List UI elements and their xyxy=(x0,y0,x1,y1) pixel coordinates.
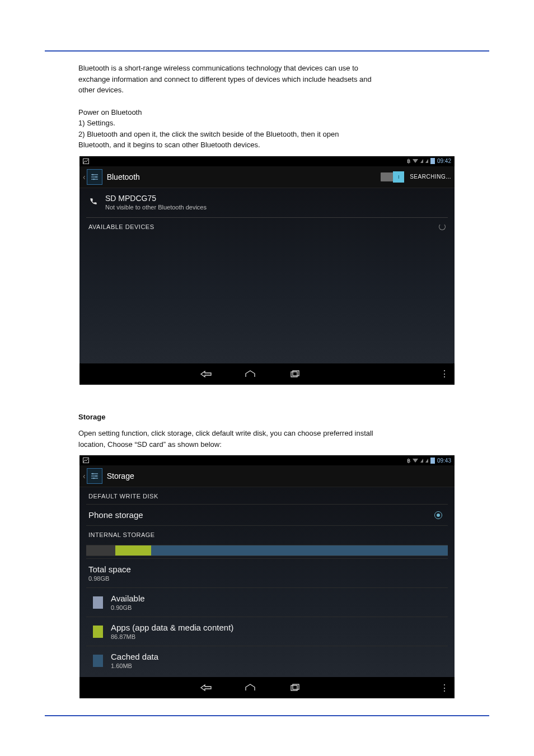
available-value: 0.90GB xyxy=(111,604,446,611)
empty-device-list xyxy=(86,235,448,358)
available-label: Available xyxy=(111,594,446,603)
text: 1) Settings. xyxy=(78,119,115,127)
available-devices-header: AVAILABLE DEVICES xyxy=(86,222,448,235)
device-visibility-text: Not visible to other Bluetooth devices xyxy=(105,204,446,211)
searching-text: SEARCHING... xyxy=(410,174,451,180)
bluetooth-status-icon: ฿ xyxy=(407,158,410,164)
storage-usage-bar xyxy=(86,545,448,556)
signal-icon-2 xyxy=(425,459,428,463)
nav-home-button[interactable] xyxy=(245,684,289,692)
back-caret-icon[interactable]: ‹ xyxy=(83,472,87,480)
spinner-icon xyxy=(439,223,446,230)
text: Power on Bluetooth xyxy=(78,108,142,116)
signal-icon xyxy=(420,159,423,163)
phone-icon xyxy=(88,198,105,207)
bar-segment-other xyxy=(86,545,115,556)
picture-icon xyxy=(83,158,89,164)
text: Bluetooth, and it begins to scan other B… xyxy=(78,141,260,149)
battery-icon xyxy=(430,158,435,164)
this-device-row[interactable]: SD MPDCG75 Not visible to other Bluetoot… xyxy=(86,188,448,216)
svg-point-14 xyxy=(95,475,97,477)
signal-icon-2 xyxy=(425,159,428,163)
text: as shown below: xyxy=(168,440,222,449)
device-name-text: SD MPDCG75 xyxy=(105,194,446,203)
cached-label: Cached data xyxy=(111,652,446,661)
nav-recent-button[interactable] xyxy=(289,684,334,692)
available-row[interactable]: Available 0.90GB xyxy=(86,587,448,617)
bluetooth-content: SD MPDCG75 Not visible to other Bluetoot… xyxy=(79,188,455,363)
settings-icon[interactable] xyxy=(87,169,102,185)
nav-recent-button[interactable] xyxy=(289,370,334,378)
signal-icon xyxy=(420,459,423,463)
action-bar-title: Storage xyxy=(107,472,451,480)
cached-value: 1.60MB xyxy=(111,662,446,669)
text: Open setting function, click storage, cl… xyxy=(78,429,373,437)
nav-back-button[interactable] xyxy=(200,370,245,378)
text: location, Choose xyxy=(78,440,133,449)
section-label: AVAILABLE DEVICES xyxy=(88,223,154,230)
svg-rect-11 xyxy=(91,475,98,476)
radio-selected-icon[interactable] xyxy=(434,511,442,519)
settings-icon[interactable] xyxy=(87,468,102,484)
wifi-icon xyxy=(413,459,418,463)
doc-heading-bt-on: Power on Bluetooth 1) Settings. 2) Bluet… xyxy=(78,107,467,151)
screenshot-bluetooth: ฿ 09:42 ‹ Bluetooth I SEARCHING... xyxy=(79,156,455,385)
status-clock: 09:43 xyxy=(437,458,451,464)
svg-point-6 xyxy=(93,178,95,180)
wifi-icon xyxy=(413,159,418,163)
svg-point-15 xyxy=(93,478,95,479)
section-label: INTERNAL STORAGE xyxy=(88,531,155,538)
sdcard-quoted: SD card xyxy=(137,440,163,449)
text: exchange information and connect to diff… xyxy=(78,75,372,83)
nav-home-button[interactable] xyxy=(245,370,289,378)
screenshot-storage: ฿ 09:43 ‹ Storage DEFAULT WRITE DISK Pho… xyxy=(79,455,455,698)
color-swatch-cached xyxy=(93,655,103,667)
status-bar: ฿ 09:42 xyxy=(79,156,455,166)
internal-storage-header: INTERNAL STORAGE xyxy=(86,525,448,543)
apps-row[interactable]: Apps (app data & media content) 86.87MB xyxy=(86,617,448,646)
action-bar: ‹ Bluetooth I SEARCHING... xyxy=(79,166,455,188)
action-bar-title: Bluetooth xyxy=(107,172,381,181)
status-clock: 09:42 xyxy=(437,158,451,164)
text: Bluetooth is a short-range wireless comm… xyxy=(78,64,358,72)
bottom-rule xyxy=(45,715,489,716)
top-rule xyxy=(45,50,489,52)
total-space-label: Total space xyxy=(88,564,446,574)
phone-storage-label: Phone storage xyxy=(88,510,431,520)
back-caret-icon[interactable]: ‹ xyxy=(83,172,87,181)
svg-rect-8 xyxy=(293,371,299,376)
color-swatch-apps xyxy=(93,626,103,638)
text: 2) Bluetooth and open it, the click the … xyxy=(78,130,339,138)
nav-bar: ⋮ xyxy=(79,363,455,385)
nav-bar-2: ⋮ xyxy=(79,677,455,698)
nav-back-button[interactable] xyxy=(200,684,245,692)
phone-storage-row[interactable]: Phone storage xyxy=(86,504,448,525)
bluetooth-status-icon: ฿ xyxy=(407,458,410,464)
status-bar-2: ฿ 09:43 xyxy=(79,455,455,465)
bar-segment-apps xyxy=(115,545,152,556)
total-space-row[interactable]: Total space 0.98GB xyxy=(86,558,448,587)
nav-overflow-button[interactable]: ⋮ xyxy=(440,363,450,385)
svg-rect-17 xyxy=(293,684,299,689)
svg-rect-7 xyxy=(291,372,297,377)
apps-value: 86.87MB xyxy=(111,633,446,640)
svg-rect-2 xyxy=(91,176,98,177)
svg-rect-16 xyxy=(291,685,297,690)
svg-point-5 xyxy=(95,176,97,178)
section-label: DEFAULT WRITE DISK xyxy=(88,493,158,500)
doc-paragraph-storage: Open setting function, click storage, cl… xyxy=(78,428,467,450)
svg-point-13 xyxy=(92,473,93,475)
cached-row[interactable]: Cached data 1.60MB xyxy=(86,646,448,675)
toggle-knob: I xyxy=(393,171,404,183)
apps-label: Apps (app data & media content) xyxy=(111,623,446,632)
text: other devices. xyxy=(78,86,124,94)
bar-segment-free xyxy=(151,545,448,556)
doc-heading-storage: Storage xyxy=(78,412,467,423)
color-swatch-available xyxy=(93,596,103,609)
bluetooth-toggle[interactable]: I xyxy=(381,172,404,181)
battery-icon xyxy=(430,458,435,464)
action-bar-2: ‹ Storage xyxy=(79,465,455,487)
picture-icon xyxy=(83,458,89,463)
nav-overflow-button[interactable]: ⋮ xyxy=(440,677,450,698)
total-space-value: 0.98GB xyxy=(88,575,446,582)
